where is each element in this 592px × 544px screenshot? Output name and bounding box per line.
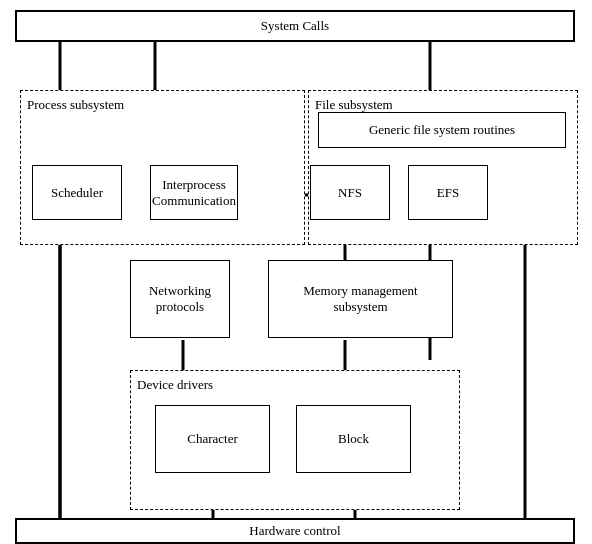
efs-label: EFS bbox=[437, 185, 459, 201]
hardware-control-label: Hardware control bbox=[249, 523, 340, 539]
scheduler-box: Scheduler bbox=[32, 165, 122, 220]
generic-fs-box: Generic file system routines bbox=[318, 112, 566, 148]
networking-box: Networking protocols bbox=[130, 260, 230, 338]
hardware-control-box: Hardware control bbox=[15, 518, 575, 544]
block-box: Block bbox=[296, 405, 411, 473]
character-box: Character bbox=[155, 405, 270, 473]
system-calls-label: System Calls bbox=[261, 18, 329, 34]
character-label: Character bbox=[187, 431, 238, 447]
interprocess-label: Interprocess Communication bbox=[152, 177, 236, 209]
file-subsystem-label: File subsystem bbox=[315, 97, 393, 113]
system-calls-box: System Calls bbox=[15, 10, 575, 42]
efs-box: EFS bbox=[408, 165, 488, 220]
scheduler-label: Scheduler bbox=[51, 185, 103, 201]
memory-mgmt-label: Memory management subsystem bbox=[303, 283, 417, 315]
diagram: System Calls Hardware control Process su… bbox=[0, 0, 592, 544]
interprocess-box: Interprocess Communication bbox=[150, 165, 238, 220]
device-drivers-label: Device drivers bbox=[137, 377, 213, 393]
generic-fs-label: Generic file system routines bbox=[369, 122, 515, 138]
nfs-box: NFS bbox=[310, 165, 390, 220]
block-label: Block bbox=[338, 431, 369, 447]
process-subsystem-label: Process subsystem bbox=[27, 97, 124, 113]
memory-mgmt-box: Memory management subsystem bbox=[268, 260, 453, 338]
nfs-label: NFS bbox=[338, 185, 362, 201]
networking-label: Networking protocols bbox=[149, 283, 211, 315]
